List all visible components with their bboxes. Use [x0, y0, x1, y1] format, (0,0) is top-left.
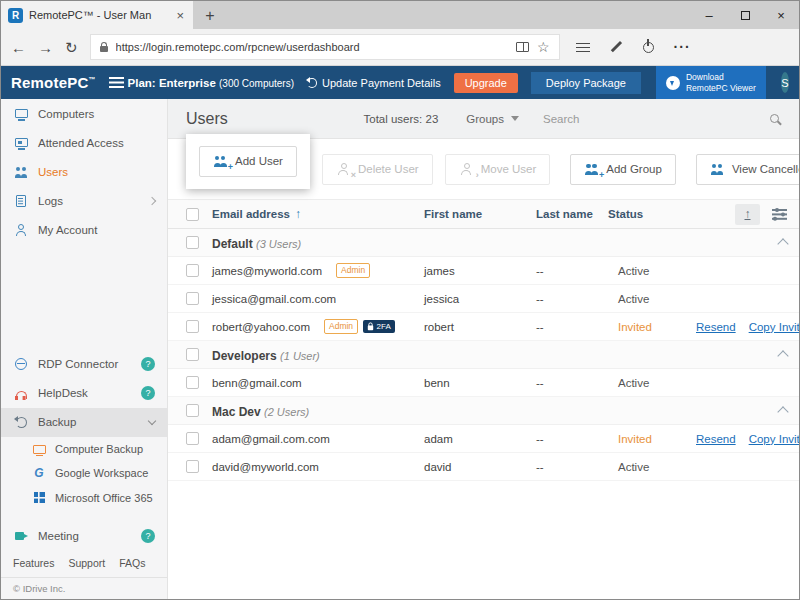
group-header-row[interactable]: Default (3 Users) [168, 229, 799, 257]
help-badge-icon[interactable]: ? [141, 529, 155, 543]
forward-button[interactable]: → [38, 40, 53, 55]
browser-tab[interactable]: R RemotePC™ - User Man × [1, 1, 193, 29]
window-minimize-button[interactable]: – [691, 1, 727, 29]
browser-tabbar: R RemotePC™ - User Man × + – × [1, 1, 799, 29]
upgrade-button[interactable]: Upgrade [454, 73, 518, 93]
sidebar-item-my-account[interactable]: My Account [1, 216, 167, 245]
user-status: Active [608, 377, 680, 389]
help-badge-icon[interactable]: ? [141, 357, 155, 371]
action-resend-link[interactable]: Resend [696, 321, 736, 333]
group-checkbox[interactable] [186, 348, 199, 361]
sidebar-item-users[interactable]: Users [1, 157, 167, 186]
window-controls: – × [691, 1, 799, 29]
sidebar-item-logs[interactable]: Logs [1, 186, 167, 215]
sidebar-item-microsoft-office-365[interactable]: Microsoft Office 365 [1, 486, 167, 510]
window-close-button[interactable]: × [763, 1, 799, 29]
support-link[interactable]: Support [68, 557, 105, 569]
update-payment-link[interactable]: Update Payment Details [307, 77, 441, 89]
add-user-highlight-card: + Add User [186, 134, 310, 189]
delete-user-button[interactable]: × Delete User [322, 154, 433, 185]
new-tab-button[interactable]: + [193, 2, 227, 29]
sidebar-item-computer-backup[interactable]: Computer Backup [1, 437, 167, 461]
url-box[interactable]: https://login.remotepc.com/rpcnew/userda… [90, 34, 560, 60]
email-cell: benn@gmail.com [212, 377, 424, 389]
refresh-payment-icon [307, 78, 317, 88]
group-checkbox[interactable] [186, 404, 199, 417]
add-user-button[interactable]: + Add User [199, 146, 297, 177]
row-checkbox[interactable] [186, 432, 199, 445]
user-email: jessica@gmail.com.com [212, 293, 336, 305]
group-header-row[interactable]: Mac Dev (2 Users) [168, 397, 799, 425]
view-cancelled-users-button[interactable]: View Cancelled Users [696, 154, 800, 185]
my-account-icon [13, 223, 29, 238]
sidebar-item-attended-access[interactable]: Attended Access [1, 128, 167, 157]
filter-settings-icon[interactable] [772, 208, 787, 220]
search-icon[interactable] [770, 114, 779, 123]
groups-dropdown[interactable]: Groups [466, 113, 519, 125]
sidebar-item-meeting[interactable]: Meeting ? [1, 522, 167, 551]
window-maximize-button[interactable] [727, 1, 763, 29]
account-avatar[interactable]: S [781, 72, 789, 93]
web-note-icon[interactable] [610, 41, 623, 54]
tab-close-icon[interactable]: × [174, 8, 186, 23]
sidebar-item-helpdesk[interactable]: HelpDesk ? [1, 379, 167, 408]
url-text[interactable]: https://login.remotepc.com/rpcnew/userda… [116, 41, 508, 53]
user-status: Invited [608, 321, 680, 333]
row-checkbox[interactable] [186, 460, 199, 473]
hub-icon[interactable] [576, 42, 590, 53]
group-title: Mac Dev (2 Users) [212, 402, 761, 420]
row-checkbox[interactable] [186, 376, 199, 389]
deploy-package-button[interactable]: Deploy Package [531, 72, 641, 94]
action-resend-link[interactable]: Resend [696, 433, 736, 445]
search-input[interactable] [543, 113, 762, 125]
help-badge-icon[interactable]: ? [141, 386, 155, 400]
faqs-link[interactable]: FAQs [119, 557, 145, 569]
collapse-group-icon[interactable] [777, 350, 788, 361]
sidebar-item-computers[interactable]: Computers [1, 99, 167, 128]
back-button[interactable]: ← [11, 40, 26, 55]
user-email: james@myworld.com [212, 265, 322, 277]
column-header-first-name[interactable]: First name [424, 208, 536, 220]
table-row: david@myworld.comdavid--Active [168, 453, 799, 481]
upload-icon[interactable]: ↑ [735, 204, 760, 225]
group-count: (2 Users) [264, 406, 309, 418]
select-all-checkbox[interactable] [186, 208, 199, 221]
download-viewer-button[interactable]: DownloadRemotePC Viewer [656, 66, 766, 99]
share-icon[interactable] [643, 42, 654, 53]
column-header-last-name[interactable]: Last name [536, 208, 608, 220]
features-link[interactable]: Features [13, 557, 54, 569]
computer-backup-icon [31, 442, 47, 457]
favorites-star-icon[interactable]: ☆ [537, 40, 550, 54]
sidebar-item-rdp-connector[interactable]: RDP Connector ? [1, 350, 167, 379]
collapse-group-icon[interactable] [777, 406, 788, 417]
action-copy-invitation-link[interactable]: Copy Invitation [749, 321, 799, 333]
collapse-group-icon[interactable] [777, 238, 788, 249]
logs-icon [13, 193, 29, 208]
move-user-button[interactable]: › Move User [445, 154, 551, 185]
user-toolbar: + Add User × Delete User › Move User + A… [168, 139, 799, 199]
column-header-status[interactable]: Status [608, 208, 680, 220]
menu-hamburger-icon[interactable] [109, 77, 115, 88]
chevron-right-icon [148, 197, 156, 205]
google-workspace-icon: G [31, 466, 47, 481]
sidebar-item-backup[interactable]: Backup [1, 408, 167, 437]
group-checkbox[interactable] [186, 236, 199, 249]
action-copy-invitation-link[interactable]: Copy Invitation [749, 433, 799, 445]
delete-user-icon: × [336, 162, 351, 177]
table-row: james@myworld.comAdminjames--Active [168, 257, 799, 285]
email-cell: james@myworld.comAdmin [212, 263, 424, 277]
reading-view-icon[interactable] [516, 42, 529, 52]
group-header-row[interactable]: Developers (1 User) [168, 341, 799, 369]
add-group-button[interactable]: + Add Group [570, 154, 676, 185]
row-actions: ResendCopy Invitation [680, 433, 799, 445]
row-checkbox[interactable] [186, 292, 199, 305]
row-checkbox[interactable] [186, 320, 199, 333]
refresh-button[interactable]: ↻ [65, 40, 78, 55]
rdp-connector-icon [13, 357, 29, 372]
more-menu-icon[interactable]: ··· [674, 39, 691, 55]
sidebar-item-google-workspace[interactable]: G Google Workspace [1, 461, 167, 485]
row-checkbox[interactable] [186, 264, 199, 277]
column-header-email[interactable]: Email address↑ [212, 207, 424, 221]
group-name: Default [212, 237, 256, 251]
sort-ascending-icon[interactable]: ↑ [295, 207, 301, 221]
